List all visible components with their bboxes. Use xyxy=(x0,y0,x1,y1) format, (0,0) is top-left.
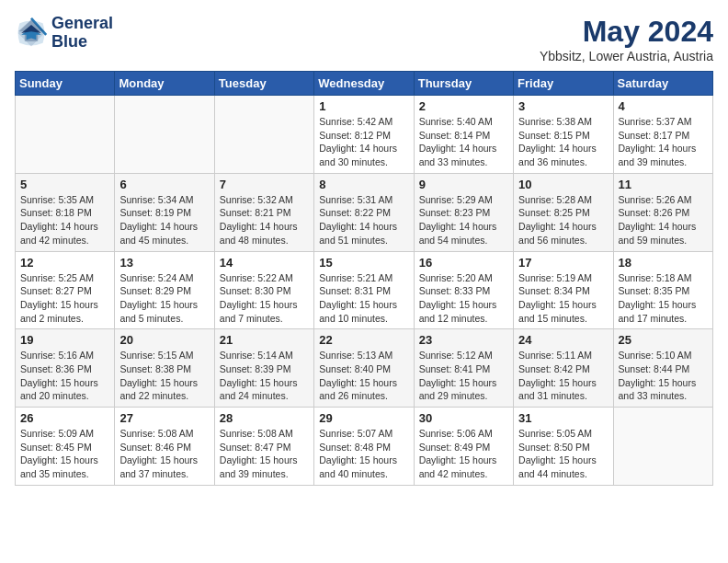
calendar-cell: 18Sunrise: 5:18 AMSunset: 8:35 PMDayligh… xyxy=(613,251,712,329)
location-title: Ybbsitz, Lower Austria, Austria xyxy=(540,49,713,63)
logo: General Blue xyxy=(15,15,113,52)
day-info: Sunrise: 5:08 AMSunset: 8:46 PMDaylight:… xyxy=(119,427,209,481)
day-info: Sunrise: 5:19 AMSunset: 8:34 PMDaylight:… xyxy=(518,271,608,326)
day-info: Sunrise: 5:20 AMSunset: 8:33 PMDaylight:… xyxy=(419,271,508,326)
day-number: 27 xyxy=(119,411,209,425)
day-number: 29 xyxy=(319,411,408,425)
day-info: Sunrise: 5:32 AMSunset: 8:21 PMDaylight:… xyxy=(220,193,309,247)
day-number: 22 xyxy=(319,333,408,347)
calendar-cell: 24Sunrise: 5:11 AMSunset: 8:42 PMDayligh… xyxy=(514,329,613,408)
calendar-cell: 25Sunrise: 5:10 AMSunset: 8:44 PMDayligh… xyxy=(613,329,712,408)
day-number: 17 xyxy=(518,256,608,270)
title-block: May 2024 Ybbsitz, Lower Austria, Austria xyxy=(540,15,713,63)
day-info: Sunrise: 5:37 AMSunset: 8:17 PMDaylight:… xyxy=(619,115,708,169)
calendar-cell: 22Sunrise: 5:13 AMSunset: 8:40 PMDayligh… xyxy=(314,329,414,408)
page-header: General Blue May 2024 Ybbsitz, Lower Aus… xyxy=(15,15,713,63)
day-number: 8 xyxy=(319,178,408,191)
day-number: 4 xyxy=(619,99,708,113)
logo-text: General Blue xyxy=(51,15,113,52)
header-wednesday: Wednesday xyxy=(314,72,414,96)
day-number: 31 xyxy=(518,411,608,425)
calendar-cell: 6Sunrise: 5:34 AMSunset: 8:19 PMDaylight… xyxy=(115,173,214,251)
calendar-cell: 11Sunrise: 5:26 AMSunset: 8:26 PMDayligh… xyxy=(613,173,712,251)
day-number: 25 xyxy=(619,333,708,347)
day-number: 28 xyxy=(220,411,309,425)
day-number: 2 xyxy=(419,99,508,113)
calendar-cell: 3Sunrise: 5:38 AMSunset: 8:15 PMDaylight… xyxy=(514,96,613,174)
day-info: Sunrise: 5:13 AMSunset: 8:40 PMDaylight:… xyxy=(319,349,408,403)
day-number: 16 xyxy=(419,256,508,270)
calendar-week-1: 1Sunrise: 5:42 AMSunset: 8:12 PMDaylight… xyxy=(16,96,713,174)
day-number: 6 xyxy=(119,178,209,191)
day-number: 7 xyxy=(220,178,309,191)
day-number: 13 xyxy=(119,256,209,270)
day-number: 30 xyxy=(419,411,508,425)
day-info: Sunrise: 5:34 AMSunset: 8:19 PMDaylight:… xyxy=(119,193,209,247)
calendar-table: Sunday Monday Tuesday Wednesday Thursday… xyxy=(15,71,713,486)
day-number: 3 xyxy=(518,99,608,113)
calendar-cell xyxy=(214,96,313,174)
day-info: Sunrise: 5:29 AMSunset: 8:23 PMDaylight:… xyxy=(419,193,508,247)
calendar-cell: 5Sunrise: 5:35 AMSunset: 8:18 PMDaylight… xyxy=(16,173,115,251)
header-friday: Friday xyxy=(514,72,613,96)
day-number: 20 xyxy=(119,333,209,347)
calendar-body: 1Sunrise: 5:42 AMSunset: 8:12 PMDaylight… xyxy=(16,96,713,486)
header-monday: Monday xyxy=(115,72,214,96)
day-number: 23 xyxy=(419,333,508,347)
day-info: Sunrise: 5:35 AMSunset: 8:18 PMDaylight:… xyxy=(20,193,109,247)
calendar-cell xyxy=(613,408,712,486)
calendar-cell: 20Sunrise: 5:15 AMSunset: 8:38 PMDayligh… xyxy=(115,329,214,408)
calendar-cell: 13Sunrise: 5:24 AMSunset: 8:29 PMDayligh… xyxy=(115,251,214,329)
calendar-week-4: 19Sunrise: 5:16 AMSunset: 8:36 PMDayligh… xyxy=(16,329,713,408)
day-number: 12 xyxy=(20,256,109,270)
day-info: Sunrise: 5:24 AMSunset: 8:29 PMDaylight:… xyxy=(119,271,209,326)
header-sunday: Sunday xyxy=(16,72,115,96)
day-number: 11 xyxy=(619,178,708,191)
day-info: Sunrise: 5:15 AMSunset: 8:38 PMDaylight:… xyxy=(119,349,209,403)
day-info: Sunrise: 5:08 AMSunset: 8:47 PMDaylight:… xyxy=(220,427,309,481)
day-info: Sunrise: 5:06 AMSunset: 8:49 PMDaylight:… xyxy=(419,427,508,481)
logo-icon xyxy=(15,17,48,50)
calendar-cell: 19Sunrise: 5:16 AMSunset: 8:36 PMDayligh… xyxy=(16,329,115,408)
day-number: 24 xyxy=(518,333,608,347)
day-number: 15 xyxy=(319,256,408,270)
calendar-cell: 29Sunrise: 5:07 AMSunset: 8:48 PMDayligh… xyxy=(314,408,414,486)
day-number: 26 xyxy=(20,411,109,425)
calendar-cell: 26Sunrise: 5:09 AMSunset: 8:45 PMDayligh… xyxy=(16,408,115,486)
calendar-header: Sunday Monday Tuesday Wednesday Thursday… xyxy=(16,72,713,96)
calendar-cell: 1Sunrise: 5:42 AMSunset: 8:12 PMDaylight… xyxy=(314,96,414,174)
logo-line2: Blue xyxy=(51,33,113,52)
day-info: Sunrise: 5:10 AMSunset: 8:44 PMDaylight:… xyxy=(619,349,708,403)
day-info: Sunrise: 5:11 AMSunset: 8:42 PMDaylight:… xyxy=(518,349,608,403)
day-info: Sunrise: 5:05 AMSunset: 8:50 PMDaylight:… xyxy=(518,427,608,481)
calendar-cell: 14Sunrise: 5:22 AMSunset: 8:30 PMDayligh… xyxy=(214,251,313,329)
day-info: Sunrise: 5:26 AMSunset: 8:26 PMDaylight:… xyxy=(619,193,708,247)
calendar-cell: 10Sunrise: 5:28 AMSunset: 8:25 PMDayligh… xyxy=(514,173,613,251)
day-number: 18 xyxy=(619,256,708,270)
day-info: Sunrise: 5:22 AMSunset: 8:30 PMDaylight:… xyxy=(220,271,309,326)
day-info: Sunrise: 5:42 AMSunset: 8:12 PMDaylight:… xyxy=(319,115,408,169)
day-info: Sunrise: 5:07 AMSunset: 8:48 PMDaylight:… xyxy=(319,427,408,481)
calendar-week-2: 5Sunrise: 5:35 AMSunset: 8:18 PMDaylight… xyxy=(16,173,713,251)
header-row: Sunday Monday Tuesday Wednesday Thursday… xyxy=(16,72,713,96)
logo-line1: General xyxy=(51,15,113,33)
day-info: Sunrise: 5:40 AMSunset: 8:14 PMDaylight:… xyxy=(419,115,508,169)
header-thursday: Thursday xyxy=(414,72,513,96)
calendar-cell: 16Sunrise: 5:20 AMSunset: 8:33 PMDayligh… xyxy=(414,251,513,329)
calendar-cell: 31Sunrise: 5:05 AMSunset: 8:50 PMDayligh… xyxy=(514,408,613,486)
calendar-cell xyxy=(115,96,214,174)
month-title: May 2024 xyxy=(540,15,713,49)
day-info: Sunrise: 5:12 AMSunset: 8:41 PMDaylight:… xyxy=(419,349,508,403)
day-info: Sunrise: 5:18 AMSunset: 8:35 PMDaylight:… xyxy=(619,271,708,326)
calendar-cell: 30Sunrise: 5:06 AMSunset: 8:49 PMDayligh… xyxy=(414,408,513,486)
calendar-cell: 27Sunrise: 5:08 AMSunset: 8:46 PMDayligh… xyxy=(115,408,214,486)
calendar-week-3: 12Sunrise: 5:25 AMSunset: 8:27 PMDayligh… xyxy=(16,251,713,329)
calendar-cell: 2Sunrise: 5:40 AMSunset: 8:14 PMDaylight… xyxy=(414,96,513,174)
day-info: Sunrise: 5:14 AMSunset: 8:39 PMDaylight:… xyxy=(220,349,309,403)
calendar-cell xyxy=(16,96,115,174)
calendar-cell: 23Sunrise: 5:12 AMSunset: 8:41 PMDayligh… xyxy=(414,329,513,408)
calendar-cell: 7Sunrise: 5:32 AMSunset: 8:21 PMDaylight… xyxy=(214,173,313,251)
header-saturday: Saturday xyxy=(613,72,712,96)
header-tuesday: Tuesday xyxy=(214,72,313,96)
calendar-cell: 12Sunrise: 5:25 AMSunset: 8:27 PMDayligh… xyxy=(16,251,115,329)
